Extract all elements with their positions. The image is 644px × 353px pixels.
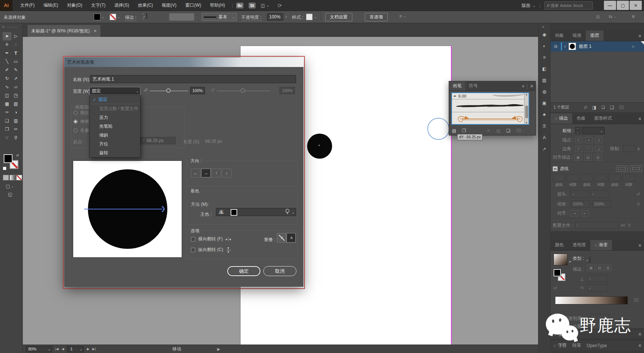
weight-dropdown[interactable]: ⌄ xyxy=(582,127,605,134)
color-guide-panel-icon[interactable]: ◐ xyxy=(543,43,545,49)
tab-color[interactable]: 颜色 xyxy=(551,240,568,250)
transform-panel-menu-icon[interactable]: ≡ xyxy=(638,332,641,337)
rectangle-tool[interactable]: ▭ xyxy=(11,57,20,66)
lasso-tool[interactable]: ◌ xyxy=(11,40,20,49)
overlap-off-button[interactable]: » xyxy=(277,233,286,243)
menu-select[interactable]: 选择(S) xyxy=(110,2,133,8)
flip-horizontal-checkbox[interactable]: 横向翻转 (F) ▸┆◂ xyxy=(191,236,231,242)
close-button[interactable]: ✕ xyxy=(630,1,642,10)
make-clipping-mask-icon[interactable]: ◨ xyxy=(592,105,596,110)
preferences-button[interactable]: 首选项 xyxy=(365,13,388,21)
menu-window[interactable]: 窗口(W) xyxy=(181,2,205,8)
gradient-tool[interactable]: ▨ xyxy=(11,100,20,108)
gradient-panel-icon[interactable]: ◧ xyxy=(542,66,546,71)
line-segment-tool[interactable]: ╲ xyxy=(3,57,11,66)
ok-button[interactable]: 确定 xyxy=(227,266,260,276)
symbols-panel-icon[interactable]: ♣ xyxy=(543,112,546,117)
menu-file[interactable]: 文件(F) xyxy=(16,2,39,8)
dash-toggle-icon[interactable] xyxy=(553,166,558,171)
direction-left-button[interactable]: ← xyxy=(191,169,200,177)
screen-mode-button[interactable]: ◱ xyxy=(8,192,12,197)
gradient-type-dropdown[interactable]: ⌄ xyxy=(590,257,590,262)
method-dropdown[interactable]: 无 ⌄ xyxy=(216,208,296,216)
tab-transparency[interactable]: 透明度 xyxy=(568,240,590,250)
layout-preset-button[interactable]: ◫⌄ xyxy=(261,3,270,8)
direction-right-button[interactable]: → xyxy=(201,169,211,177)
artboard-tool[interactable]: ❐ xyxy=(3,125,11,134)
gradient-swatch[interactable] xyxy=(554,254,567,265)
gradient-fill-proxy[interactable] xyxy=(554,269,561,276)
new-layer-icon[interactable]: ❏ xyxy=(610,105,614,110)
workspace-switch-icon[interactable]: ⇆⌄ xyxy=(609,14,616,19)
menu-help[interactable]: 帮助(H) xyxy=(206,2,229,8)
hand-tool[interactable]: ☞ xyxy=(3,134,11,142)
next-artboard-button[interactable]: ▶ xyxy=(87,347,89,351)
stock-button[interactable]: St xyxy=(249,3,256,8)
swap-fill-stroke-icon[interactable]: ⇄ xyxy=(16,153,19,157)
document-setup-button[interactable]: 文档设置 xyxy=(325,13,352,21)
free-transform-tool[interactable]: ▱ xyxy=(11,83,20,91)
scroll-down-icon[interactable]: ▼ xyxy=(525,121,528,124)
arrange-documents-icon[interactable]: ▦ xyxy=(596,14,600,19)
layer-target-icon[interactable]: ○ xyxy=(632,44,634,49)
rotate-tool[interactable]: ↻ xyxy=(3,74,11,83)
collapse-dock-icon[interactable]: « xyxy=(2,24,4,29)
none-mode-button[interactable] xyxy=(16,175,22,180)
stroke-panel-menu-icon[interactable]: ≡ xyxy=(638,116,644,124)
layers-panel-menu-icon[interactable]: ≡ xyxy=(638,33,644,41)
artboard-number-dropdown[interactable]: 1⌄ xyxy=(67,346,84,352)
type-panel-menu-icon[interactable]: ≡ xyxy=(638,343,641,348)
appearance-panel-icon[interactable]: ◍ xyxy=(542,89,546,94)
brush-list-scrollbar[interactable]: ▲ ▼ xyxy=(524,93,529,124)
export-panel-icon[interactable]: ↗ xyxy=(542,147,546,152)
brushes-panel-menu-icon[interactable]: ≡ xyxy=(528,84,536,89)
style-swatch[interactable] xyxy=(306,14,313,20)
gradient-slider-bar[interactable] xyxy=(555,296,628,304)
sync-status-icon[interactable]: ⟳ xyxy=(278,3,282,8)
document-tab[interactable]: 未标题-1* @ 80% (RGB/预览) ✕ xyxy=(28,25,100,37)
pen-tool[interactable]: ✒ xyxy=(3,49,11,57)
color-panel-icon[interactable]: ◉ xyxy=(542,32,546,37)
menu-item-stylus-wheel[interactable]: 光笔轮 xyxy=(90,122,140,131)
width-value-box[interactable]: 100% xyxy=(190,87,205,94)
scale-tool[interactable]: ⇗ xyxy=(11,74,20,83)
document-tab-close-icon[interactable]: ✕ xyxy=(93,29,97,33)
brush-libraries-menu-icon[interactable]: ▤ xyxy=(452,128,456,133)
symbol-sprayer-tool[interactable]: ❑ xyxy=(3,117,11,125)
fill-color-swatch[interactable] xyxy=(94,14,100,20)
pencil-tool[interactable]: ✎ xyxy=(11,66,20,74)
maximize-button[interactable]: ▢ xyxy=(617,1,629,10)
stroke-weight-dropdown[interactable]: ⌄ xyxy=(146,13,147,19)
blue-circle-outline[interactable] xyxy=(427,118,449,140)
layer-expand-icon[interactable]: › xyxy=(564,44,566,49)
menu-effect[interactable]: 效果(C) xyxy=(134,2,157,8)
new-brush-icon[interactable]: ❏ xyxy=(506,128,510,133)
tips-bulb-icon[interactable] xyxy=(285,208,290,215)
gradient-panel-menu-icon[interactable]: ≡ xyxy=(638,243,644,250)
opacity-label[interactable]: 不透明度 : xyxy=(241,14,261,21)
black-circle-object[interactable]: × xyxy=(307,134,332,159)
menu-item-bearing[interactable]: 方位 xyxy=(90,140,140,148)
mesh-tool[interactable]: ▦ xyxy=(3,100,11,108)
weight-stepper[interactable]: ⌃⌄ xyxy=(575,127,580,134)
gradient-swatch-chevron-icon[interactable]: ▼ xyxy=(569,260,572,264)
tab-stroke[interactable]: ◇描边 xyxy=(551,113,572,124)
brush-row-arrow-scroll[interactable] xyxy=(452,112,529,125)
menu-item-tilt[interactable]: 倾斜 xyxy=(90,131,140,140)
gradient-mode-button[interactable] xyxy=(10,175,15,180)
status-expand-icon[interactable]: ▶ xyxy=(217,347,220,351)
brush-list[interactable]: ✒ 6.00 xyxy=(451,92,529,125)
layer-visibility-icon[interactable]: ⊙ xyxy=(551,44,561,49)
stroke-weight-label[interactable]: 描边 : xyxy=(125,14,136,21)
fill-indicator-swatch[interactable] xyxy=(4,154,13,163)
tab-artboards[interactable]: 画板 xyxy=(551,31,568,41)
style-chevron-icon[interactable]: ⌄ xyxy=(314,15,317,19)
blend-tool[interactable]: ◑ xyxy=(11,108,20,117)
menu-view[interactable]: 视图(V) xyxy=(158,2,181,8)
brush-row-charcoal[interactable] xyxy=(452,99,529,112)
width-tool[interactable]: ∿ xyxy=(3,83,11,91)
arrange-label[interactable]: 版面 xyxy=(522,3,530,9)
overlap-adjust-button[interactable]: » xyxy=(287,233,296,243)
bridge-button[interactable]: Br xyxy=(236,3,243,8)
direct-selection-tool[interactable]: ▷ xyxy=(11,32,20,40)
